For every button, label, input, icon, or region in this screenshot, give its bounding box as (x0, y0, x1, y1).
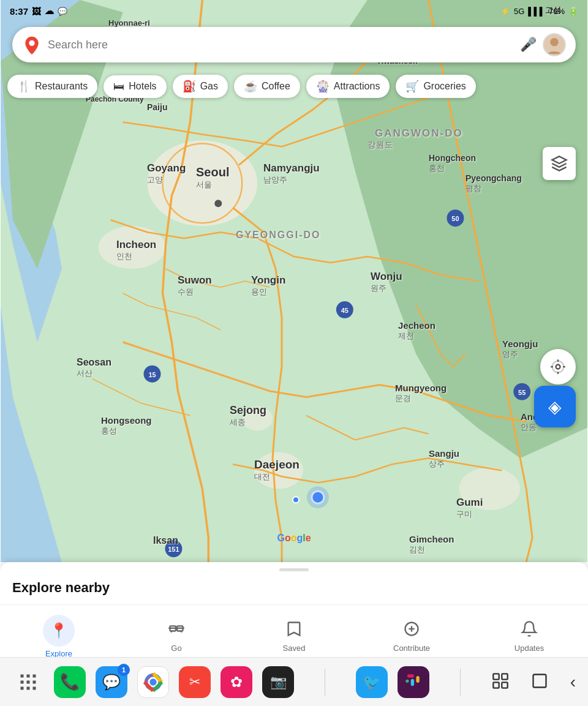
saved-nav-icon (285, 620, 303, 641)
nav-contribute[interactable]: Contribute (387, 620, 436, 653)
svg-text:45: 45 (341, 307, 349, 314)
svg-rect-36 (33, 680, 36, 683)
svg-rect-34 (21, 680, 24, 683)
explore-bubble: 📍 (43, 615, 75, 647)
status-time: 8:37 (10, 6, 28, 17)
dock-slack-app[interactable] (398, 666, 429, 698)
recents-button[interactable] (492, 672, 509, 692)
dock-chrome-app[interactable] (137, 666, 169, 698)
svg-point-5 (242, 407, 273, 431)
app-dock: 📞 💬 1 ✂ ✿ 📷 (0, 657, 588, 706)
battery-percent: 76% (549, 7, 565, 16)
dock-twitter-app[interactable]: 🐦 (356, 666, 388, 698)
status-bar: 8:37 🖼 ☁ 💬 ⚡ 5G ▌▌▌ 76% 🔋 (0, 0, 588, 22)
svg-rect-32 (27, 674, 30, 677)
dock-messages-app[interactable]: 💬 1 (96, 666, 127, 698)
nav-saved[interactable]: Saved (270, 620, 318, 653)
svg-rect-46 (502, 682, 507, 688)
navigate-button[interactable]: ◈ (534, 386, 576, 427)
go-nav-label: Go (171, 644, 181, 653)
dock-apps-right: 🐦 (356, 666, 429, 698)
dock-grid-button[interactable] (12, 666, 44, 698)
svg-rect-31 (21, 674, 24, 677)
svg-rect-38 (27, 686, 30, 689)
dock-apps-left: 📞 💬 1 ✂ ✿ 📷 (12, 666, 294, 698)
category-restaurants[interactable]: 🍴 Restaurants (7, 75, 97, 98)
svg-rect-43 (493, 674, 499, 679)
search-placeholder[interactable]: Search here (48, 39, 514, 51)
dock-camera-app[interactable]: 📷 (262, 666, 294, 698)
search-bar[interactable]: Search here 🎤 (12, 27, 576, 62)
svg-rect-44 (502, 674, 507, 679)
status-left: 8:37 🖼 ☁ 💬 (10, 6, 67, 17)
explore-nav-icon: 📍 (50, 622, 68, 639)
category-attractions-label: Attractions (334, 81, 380, 92)
svg-rect-39 (33, 686, 36, 689)
updates-nav-icon (521, 620, 538, 641)
attractions-icon: 🎡 (316, 80, 330, 93)
svg-text:151: 151 (168, 546, 179, 553)
google-maps-logo (22, 35, 42, 54)
svg-point-19 (307, 486, 329, 508)
battery-icon: 🔋 (568, 7, 578, 16)
svg-rect-45 (493, 682, 499, 688)
dock-blossom-app[interactable]: ✿ (221, 666, 252, 698)
coffee-icon: ☕ (244, 80, 257, 93)
nav-explore[interactable]: 📍 Explore (34, 615, 83, 658)
svg-rect-47 (533, 674, 546, 687)
back-button[interactable]: ‹ (570, 672, 576, 692)
svg-text:15: 15 (148, 371, 156, 378)
contribute-nav-label: Contribute (393, 644, 430, 653)
category-gas[interactable]: ⛽ Gas (173, 75, 228, 98)
category-groceries-label: Groceries (423, 81, 466, 92)
nav-go[interactable]: Go (152, 620, 201, 653)
go-nav-icon (168, 620, 185, 641)
category-coffee-label: Coffee (262, 81, 290, 92)
dock-phone-app[interactable]: 📞 (54, 666, 86, 698)
explore-nearby-title: Explore nearby (0, 571, 588, 596)
dock-cut-app[interactable]: ✂ (179, 666, 211, 698)
dock-divider (325, 669, 325, 696)
photo-icon: 🖼 (32, 6, 41, 17)
category-hotels[interactable]: 🛏 Hotels (104, 75, 166, 98)
google-logo: Google (277, 533, 311, 544)
category-gas-label: Gas (200, 81, 218, 92)
svg-rect-35 (27, 680, 30, 683)
android-nav-buttons: ‹ (492, 672, 576, 692)
cloud-icon: ☁ (45, 6, 54, 17)
home-button[interactable] (531, 672, 548, 692)
svg-point-21 (556, 365, 560, 369)
svg-text:50: 50 (451, 215, 459, 222)
svg-point-17 (214, 200, 222, 207)
user-avatar[interactable] (543, 33, 566, 56)
category-coffee[interactable]: ☕ Coffee (234, 75, 300, 98)
signal-bars: ▌▌▌ (528, 7, 545, 16)
svg-rect-33 (33, 674, 36, 677)
category-bar: 🍴 Restaurants 🛏 Hotels ⛽ Gas ☕ Coffee 🎡 … (0, 71, 588, 102)
updates-nav-label: Updates (514, 644, 544, 653)
bottom-navigation: 📍 Explore Go Saved (0, 604, 588, 663)
svg-point-23 (29, 40, 34, 46)
category-hotels-label: Hotels (129, 81, 156, 92)
gas-icon: ⛽ (183, 80, 196, 93)
category-groceries[interactable]: 🛒 Groceries (396, 75, 475, 98)
my-location-button[interactable] (540, 349, 576, 385)
svg-point-20 (293, 497, 299, 503)
svg-point-42 (149, 678, 156, 685)
microphone-button[interactable]: 🎤 (520, 37, 537, 53)
nav-updates[interactable]: Updates (505, 620, 554, 653)
layers-button[interactable] (543, 147, 576, 180)
svg-point-2 (99, 226, 166, 269)
restaurants-icon: 🍴 (17, 80, 31, 93)
svg-point-4 (459, 467, 520, 510)
svg-point-22 (552, 361, 564, 373)
dock-divider-2 (460, 669, 461, 696)
chat-icon: 💬 (58, 7, 67, 16)
category-attractions[interactable]: 🎡 Attractions (306, 75, 390, 98)
messages-badge: 1 (118, 664, 130, 676)
svg-rect-37 (21, 686, 24, 689)
bluetooth-icon: ⚡ (500, 7, 510, 16)
svg-point-25 (550, 38, 559, 47)
network-type: 5G (514, 7, 524, 16)
category-restaurants-label: Restaurants (35, 81, 88, 92)
